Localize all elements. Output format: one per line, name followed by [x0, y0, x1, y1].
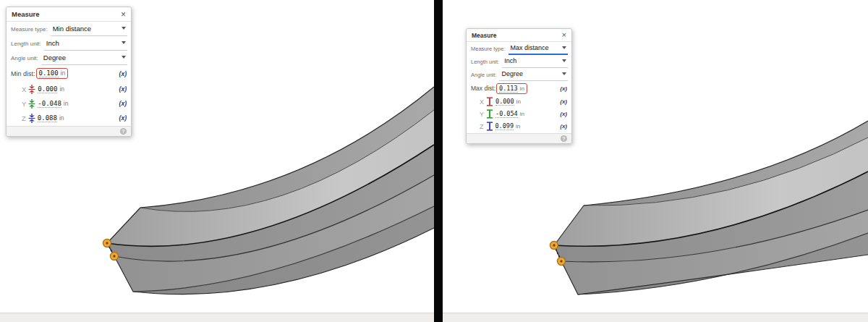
assign-variable-icon[interactable]: (x): [119, 70, 127, 77]
min-distance-icon: [28, 114, 35, 123]
length-unit-label: Length unit:: [471, 59, 499, 65]
curved-band-left[interactable]: [103, 87, 435, 295]
angle-unit-select[interactable]: Degree: [499, 68, 568, 81]
axis-row-y: Y -0.048 in (x): [7, 96, 131, 111]
close-icon[interactable]: ×: [562, 31, 566, 39]
chevron-down-icon: [122, 41, 126, 44]
axis-row-x: X 0.000 in (x): [467, 96, 571, 108]
min-distance-icon: [28, 99, 35, 109]
angle-unit-label: Angle unit:: [11, 55, 38, 62]
selected-vertex-dot[interactable]: [111, 253, 119, 260]
assign-variable-icon[interactable]: (x): [560, 85, 567, 92]
axis-row-z: Z 0.099 in (x): [467, 120, 571, 132]
selected-vertex-dot[interactable]: [550, 242, 558, 250]
chevron-down-icon: [562, 72, 566, 75]
chevron-down-icon: [562, 59, 566, 62]
measure-dialog-min: Measure × Measure type: Min distance Len…: [6, 7, 132, 137]
assign-variable-icon[interactable]: (x): [560, 123, 567, 130]
result-label: Min dist:: [11, 70, 35, 77]
assign-variable-icon[interactable]: (x): [560, 98, 567, 105]
result-value-highlight: 0.113 in: [496, 83, 527, 94]
angle-unit-row: Angle unit: Degree: [7, 51, 131, 65]
dialog-title: Measure: [12, 10, 40, 18]
dialog-header: Measure ×: [467, 29, 571, 42]
result-row: Min dist: 0.100 in (x): [7, 65, 131, 82]
max-distance-icon: [486, 122, 493, 131]
selected-vertex-dot[interactable]: [103, 240, 111, 247]
angle-unit-select[interactable]: Degree: [41, 51, 127, 65]
length-unit-row: Length unit: Inch: [467, 55, 571, 68]
length-unit-row: Length unit: Inch: [7, 36, 131, 51]
chevron-down-icon: [122, 27, 126, 30]
max-distance-icon: [486, 97, 493, 106]
max-distance-icon: [486, 109, 493, 119]
assign-variable-icon[interactable]: (x): [119, 85, 127, 93]
measure-type-label: Measure type:: [471, 46, 506, 52]
help-icon[interactable]: ?: [120, 128, 127, 135]
measure-type-select[interactable]: Min distance: [51, 22, 127, 36]
measure-dialog-max: Measure × Measure type: Max distance Len…: [466, 28, 572, 144]
length-unit-label: Length unit:: [11, 41, 41, 47]
angle-unit-label: Angle unit:: [471, 72, 496, 78]
result-row: Max dist: 0.113 in (x): [467, 81, 571, 96]
measure-type-row: Measure type: Min distance: [7, 22, 131, 36]
panel-divider: [434, 0, 443, 322]
dialog-header: Measure ×: [7, 7, 131, 22]
assign-variable-icon[interactable]: (x): [560, 111, 567, 117]
chevron-down-icon: [562, 46, 566, 49]
result-value-highlight: 0.100 in: [36, 68, 69, 79]
assign-variable-icon[interactable]: (x): [119, 114, 127, 122]
dialog-footer: ?: [467, 133, 571, 143]
close-icon[interactable]: ×: [121, 10, 126, 19]
dialog-footer: ?: [7, 126, 131, 136]
result-label: Max dist:: [471, 85, 495, 92]
measure-type-label: Measure type:: [11, 26, 48, 33]
dialog-title: Measure: [472, 32, 497, 39]
help-icon[interactable]: ?: [561, 135, 567, 142]
axis-row-y: Y -0.054 in (x): [467, 108, 571, 120]
length-unit-select[interactable]: Inch: [44, 36, 127, 51]
measure-type-select[interactable]: Max distance: [509, 42, 568, 55]
angle-unit-row: Angle unit: Degree: [467, 68, 571, 81]
assign-variable-icon[interactable]: (x): [119, 100, 127, 107]
curved-band-right[interactable]: [550, 121, 868, 295]
measure-type-row: Measure type: Max distance: [467, 42, 571, 55]
axis-row-x: X 0.000 in (x): [7, 82, 131, 96]
axis-row-z: Z 0.088 in (x): [7, 111, 131, 125]
chevron-down-icon: [122, 56, 126, 59]
selected-vertex-dot[interactable]: [558, 258, 566, 266]
length-unit-select[interactable]: Inch: [502, 55, 568, 68]
min-distance-icon: [28, 85, 35, 94]
